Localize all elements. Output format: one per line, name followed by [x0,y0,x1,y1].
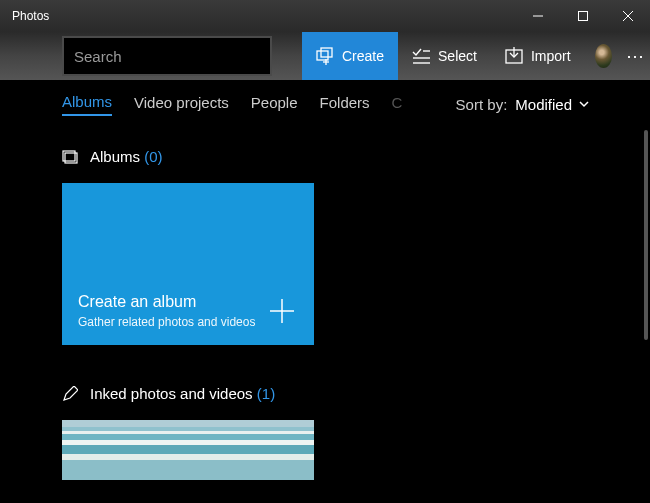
albums-section-header: Albums (0) [62,148,650,165]
maximize-button[interactable] [560,0,605,32]
import-icon [505,47,523,65]
titlebar: Photos [0,0,650,32]
tab-video-projects[interactable]: Video projects [134,94,229,115]
chevron-down-icon [578,98,590,110]
close-icon [623,11,633,21]
tab-clipped[interactable]: C [392,94,403,115]
search-input[interactable] [74,48,264,65]
import-button[interactable]: Import [491,32,585,80]
inked-section-label: Inked photos and videos [90,385,253,402]
import-label: Import [531,48,571,64]
select-icon [412,47,430,65]
svg-rect-7 [321,48,332,57]
content-area: Albums (0) Create an album Gather relate… [0,128,650,503]
inked-count: (1) [257,385,275,402]
tab-people[interactable]: People [251,94,298,115]
albums-icon [62,149,78,165]
create-album-title: Create an album [78,293,298,311]
plus-icon [268,297,296,325]
inked-thumbnail[interactable] [62,420,314,480]
minimize-icon [533,11,543,21]
ellipsis-icon: ⋯ [626,45,646,67]
svg-rect-1 [578,12,587,21]
sort-control: Sort by: Modified [456,96,590,113]
window-title: Photos [12,9,515,23]
close-button[interactable] [605,0,650,32]
create-button[interactable]: Create [302,32,398,80]
albums-count: (0) [144,148,162,165]
tab-albums[interactable]: Albums [62,93,112,116]
ink-icon [62,386,78,402]
create-icon [316,47,334,65]
user-avatar[interactable] [595,44,612,68]
sort-value: Modified [515,96,572,113]
search-box[interactable] [62,36,272,76]
albums-section-label: Albums [90,148,140,165]
create-album-subtitle: Gather related photos and videos [78,315,298,329]
maximize-icon [578,11,588,21]
create-label: Create [342,48,384,64]
more-button[interactable]: ⋯ [622,45,650,67]
svg-rect-6 [317,51,328,60]
inked-section-header: Inked photos and videos (1) [62,385,650,402]
tab-bar: Albums Video projects People Folders C S… [0,80,650,128]
create-album-card[interactable]: Create an album Gather related photos an… [62,183,314,345]
tab-folders[interactable]: Folders [320,94,370,115]
minimize-button[interactable] [515,0,560,32]
select-label: Select [438,48,477,64]
sort-label: Sort by: [456,96,508,113]
toolbar: Create Select Import ⋯ [0,32,650,80]
scrollbar[interactable] [644,130,648,340]
select-button[interactable]: Select [398,32,491,80]
sort-dropdown[interactable]: Modified [515,96,590,113]
